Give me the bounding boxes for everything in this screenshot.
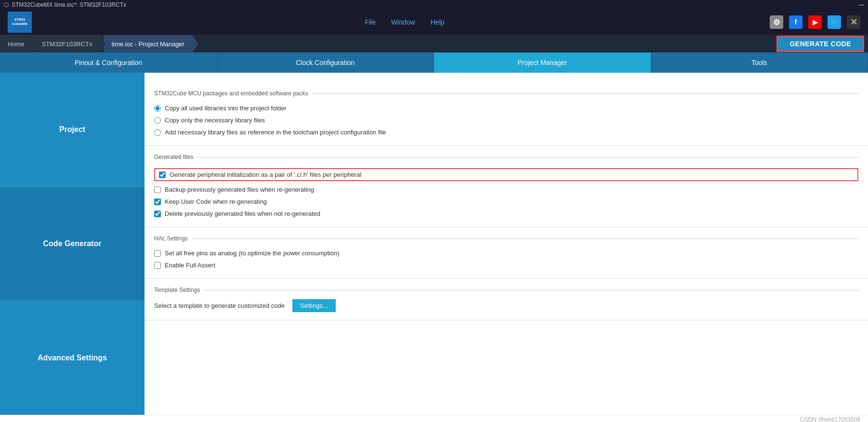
- radio-copy-necessary[interactable]: Copy only the necessary library files: [154, 117, 858, 124]
- checkbox-gen-peripheral-highlighted: Generate peripheral initialization as a …: [154, 168, 858, 181]
- tab-bar: Pinout & Configuration Clock Configurati…: [0, 53, 868, 73]
- radio-copy-necessary-input[interactable]: [154, 117, 161, 124]
- menu-file[interactable]: File: [365, 18, 376, 26]
- title-bar-left: ⬡ STM32CubeMX time.ioc*: STM32F103RCTx: [4, 1, 126, 8]
- sidebar-item-code-generator[interactable]: Code Generator: [0, 187, 145, 301]
- checkbox-full-assert-input[interactable]: [154, 262, 161, 269]
- window-title: STM32CubeMX time.ioc*: STM32F103RCTx: [12, 1, 126, 8]
- generate-code-button[interactable]: GENERATE CODE: [776, 36, 864, 52]
- logo-area: STM32 CubeMX: [0, 12, 39, 33]
- app-icon: ⬡: [4, 1, 9, 8]
- breadcrumb-home[interactable]: Home: [0, 35, 32, 53]
- checkbox-free-pins-input[interactable]: [154, 250, 161, 257]
- mcu-packages-section: STM32Cube MCU packages and embedded soft…: [145, 82, 868, 146]
- radio-copy-all[interactable]: Copy all used libraries into the project…: [154, 105, 858, 112]
- watermark: CSDN @wh617053508: [800, 416, 860, 422]
- mcu-section-title: STM32Cube MCU packages and embedded soft…: [154, 90, 858, 97]
- menu-bar: STM32 CubeMX File Window Help ⚙ f ▶ 🐦 ✕: [0, 10, 868, 35]
- twitter-icon[interactable]: 🐦: [828, 15, 841, 29]
- menu-items: File Window Help: [39, 18, 770, 26]
- checkbox-keep-user-code-input[interactable]: [154, 198, 161, 205]
- stm32-logo: STM32 CubeMX: [8, 12, 32, 33]
- template-settings-section: Template Settings Select a template to g…: [145, 279, 868, 320]
- template-row: Select a template to generate customized…: [154, 299, 858, 312]
- breadcrumb-project[interactable]: time.ioc - Project Manager: [104, 35, 192, 53]
- checkbox-backup-files[interactable]: Backup previously generated files when r…: [154, 186, 858, 193]
- footer: CSDN @wh617053508: [0, 415, 868, 422]
- minimize-btn[interactable]: —: [858, 1, 864, 8]
- radio-add-reference-input[interactable]: [154, 129, 161, 136]
- hal-checkboxes: Set all free pins as analog (to optimize…: [154, 248, 858, 271]
- main-content: Project Code Generator Advanced Settings…: [0, 73, 868, 415]
- hal-section-title: HAL Settings: [154, 235, 858, 242]
- checkbox-keep-user-code[interactable]: Keep User Code when re-generating: [154, 198, 858, 205]
- menu-window[interactable]: Window: [391, 18, 415, 26]
- checkbox-delete-files[interactable]: Delete previously generated files when n…: [154, 210, 858, 217]
- checkbox-free-pins[interactable]: Set all free pins as analog (to optimize…: [154, 250, 858, 257]
- facebook-icon[interactable]: f: [789, 15, 802, 29]
- tab-clock[interactable]: Clock Configuration: [217, 53, 434, 73]
- content-area: STM32Cube MCU packages and embedded soft…: [145, 73, 868, 415]
- hal-settings-section: HAL Settings Set all free pins as analog…: [145, 227, 868, 279]
- generated-files-checkboxes: Generate peripheral initialization as a …: [154, 166, 858, 219]
- radio-copy-all-input[interactable]: [154, 105, 161, 112]
- checkbox-delete-files-input[interactable]: [154, 211, 161, 217]
- breadcrumb-chip[interactable]: STM32F103RCTx: [34, 35, 100, 53]
- radio-group-libraries: Copy all used libraries into the project…: [154, 103, 858, 138]
- menu-right: ⚙ f ▶ 🐦 ✕: [770, 15, 868, 29]
- template-section-title: Template Settings: [154, 287, 858, 293]
- menu-help[interactable]: Help: [431, 18, 445, 26]
- template-label: Select a template to generate customized…: [154, 302, 285, 309]
- title-bar: ⬡ STM32CubeMX time.ioc*: STM32F103RCTx —: [0, 0, 868, 10]
- checkbox-gen-peripheral[interactable]: Generate peripheral initialization as a …: [159, 171, 361, 178]
- breadcrumb-bar: Home STM32F103RCTx time.ioc - Project Ma…: [0, 35, 868, 53]
- close-icon[interactable]: ✕: [847, 15, 860, 29]
- youtube-icon[interactable]: ▶: [808, 15, 822, 29]
- generated-files-section: Generated files Generate peripheral init…: [145, 146, 868, 227]
- sidebar: Project Code Generator Advanced Settings: [0, 73, 145, 415]
- radio-add-reference[interactable]: Add necessary library files as reference…: [154, 129, 858, 136]
- gear-icon[interactable]: ⚙: [770, 15, 783, 29]
- breadcrumb-items: Home STM32F103RCTx time.ioc - Project Ma…: [0, 35, 776, 53]
- tab-project-manager[interactable]: Project Manager: [434, 53, 651, 73]
- sidebar-item-advanced-settings[interactable]: Advanced Settings: [0, 301, 145, 415]
- tab-pinout[interactable]: Pinout & Configuration: [0, 53, 217, 73]
- checkbox-full-assert[interactable]: Enable Full Assert: [154, 262, 858, 269]
- settings-button[interactable]: Settings...: [292, 299, 336, 312]
- generated-files-title: Generated files: [154, 154, 858, 160]
- sidebar-item-project[interactable]: Project: [0, 73, 145, 187]
- checkbox-gen-peripheral-input[interactable]: [159, 171, 166, 178]
- checkbox-backup-files-input[interactable]: [154, 186, 161, 193]
- tab-tools[interactable]: Tools: [651, 53, 868, 73]
